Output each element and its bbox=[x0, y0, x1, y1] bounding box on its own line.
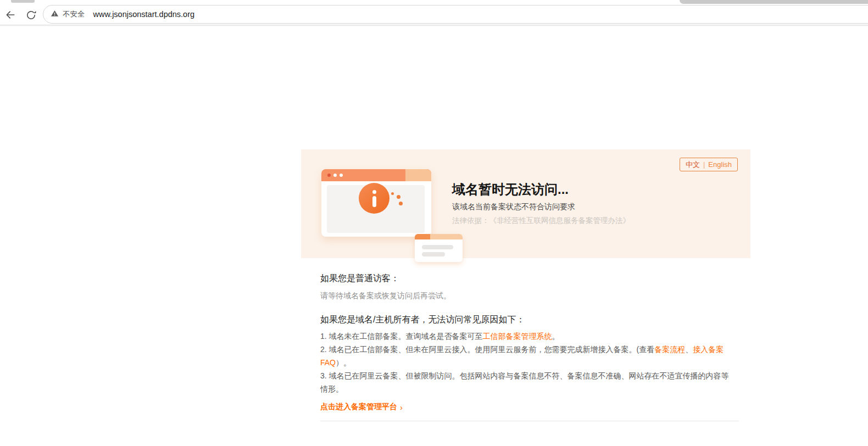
reason-list: 1. 域名未在工信部备案。查询域名是否备案可至工信部备案管理系统。 2. 域名已… bbox=[320, 330, 736, 395]
reason-2-suffix: ）。 bbox=[336, 358, 351, 367]
reason-item-3: 3. 域名已在阿里云备案、但被限制访问。包括网站内容与备案信息不符、备案信息不准… bbox=[320, 369, 736, 395]
reason-3-text: 3. 域名已在阿里云备案、但被限制访问。包括网站内容与备案信息不符、备案信息不准… bbox=[320, 371, 729, 393]
reason-2-separator: 、 bbox=[685, 345, 693, 354]
miit-filing-system-link[interactable]: 工信部备案管理系统 bbox=[483, 332, 552, 341]
owner-section-heading: 如果您是域名/主机所有者，无法访问常见原因如下： bbox=[320, 314, 525, 326]
spark-icon bbox=[391, 192, 394, 195]
back-arrow-icon bbox=[5, 9, 16, 20]
reload-icon bbox=[26, 10, 36, 20]
illustration-card-header bbox=[321, 169, 431, 181]
back-button[interactable] bbox=[3, 8, 18, 22]
bottom-divider bbox=[320, 421, 739, 421]
inactive-tab-edge bbox=[680, 0, 868, 4]
security-label: 不安全 bbox=[63, 9, 85, 19]
visitor-section-heading: 如果您是普通访客： bbox=[320, 273, 399, 285]
reason-2-text: 2. 域名已在工信部备案、但未在阿里云接入。使用阿里云服务前，您需要完成新增接入… bbox=[320, 345, 654, 354]
reload-button[interactable] bbox=[24, 8, 38, 22]
language-separator: | bbox=[703, 160, 705, 169]
page-subtitle: 该域名当前备案状态不符合访问要求 bbox=[452, 202, 575, 212]
window-dot-icon bbox=[333, 174, 337, 177]
tab-remnant bbox=[11, 0, 35, 3]
info-icon bbox=[359, 183, 390, 214]
info-i-bar bbox=[372, 196, 376, 207]
mini-card-header bbox=[415, 234, 463, 239]
illustration-header-light-segment bbox=[405, 169, 431, 181]
mini-header-dark-segment bbox=[415, 234, 430, 239]
page-title: 域名暂时无法访问... bbox=[452, 181, 569, 198]
warning-triangle-icon bbox=[51, 9, 59, 20]
browser-toolbar: 不安全 www.jsonjsonstart.dpdns.org bbox=[0, 4, 868, 25]
window-dot-icon bbox=[327, 174, 331, 177]
language-option-zh[interactable]: 中文 bbox=[686, 160, 700, 170]
visitor-tip-text: 请等待域名备案或恢复访问后再尝试。 bbox=[320, 291, 451, 301]
window-dot-icon bbox=[340, 174, 343, 177]
legal-basis-text: 法律依据：《非经营性互联网信息服务备案管理办法》 bbox=[452, 216, 630, 226]
mini-text-line bbox=[422, 252, 445, 257]
url-text: www.jsonjsonstart.dpdns.org bbox=[93, 10, 195, 19]
chevron-right-icon: › bbox=[400, 403, 403, 412]
filing-process-link[interactable]: 备案流程 bbox=[654, 345, 685, 354]
reason-item-2: 2. 域名已在工信部备案、但未在阿里云接入。使用阿里云服务前，您需要完成新增接入… bbox=[320, 343, 736, 369]
address-bar[interactable]: 不安全 www.jsonjsonstart.dpdns.org bbox=[43, 5, 868, 24]
tab-strip bbox=[0, 0, 868, 4]
reason-item-1: 1. 域名未在工信部备案。查询域名是否备案可至工信部备案管理系统。 bbox=[320, 330, 736, 343]
illustration-mini-card bbox=[415, 234, 463, 262]
page: 不安全 www.jsonjsonstart.dpdns.org 中文 | Eng… bbox=[0, 0, 868, 446]
cta-label: 点击进入备案管理平台 bbox=[320, 402, 397, 412]
filing-platform-cta-link[interactable]: 点击进入备案管理平台› bbox=[320, 402, 403, 412]
language-switch-button[interactable]: 中文 | English bbox=[680, 158, 738, 171]
spark-icon bbox=[399, 202, 403, 205]
reason-1-suffix: 。 bbox=[552, 332, 560, 341]
language-option-en[interactable]: English bbox=[708, 160, 732, 169]
info-i-dot bbox=[372, 190, 376, 194]
spark-icon bbox=[397, 195, 400, 199]
illustration-browser-card bbox=[321, 169, 431, 237]
notice-banner: 中文 | English bbox=[301, 149, 750, 258]
mini-text-line bbox=[422, 245, 453, 249]
reason-1-text: 1. 域名未在工信部备案。查询域名是否备案可至 bbox=[320, 332, 483, 341]
security-indicator[interactable]: 不安全 bbox=[51, 9, 85, 20]
